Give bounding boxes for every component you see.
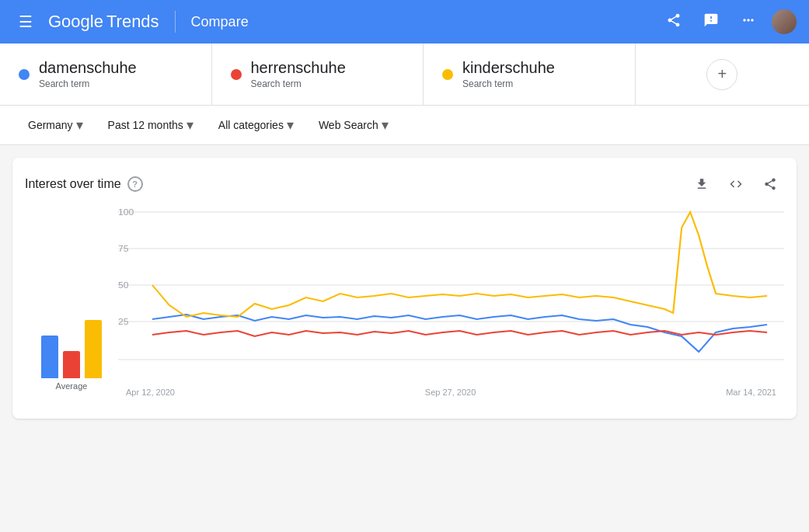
search-terms-bar: damenschuhe Search term herrenschuhe Sea… [0, 43, 809, 106]
x-label-2: Sep 27, 2020 [425, 388, 476, 397]
categories-label: All categories [218, 119, 284, 131]
chart-area: Average 100 75 50 25 [25, 204, 784, 406]
search-type-filter[interactable]: Web Search ▾ [309, 112, 398, 138]
menu-icon[interactable]: ☰ [12, 6, 39, 37]
search-term-2[interactable]: herrenschuhe Search term [212, 43, 424, 105]
chart-title: Interest over time [25, 177, 121, 191]
add-term-button[interactable]: + [706, 59, 738, 90]
interest-over-time-card: Interest over time ? [12, 158, 797, 419]
add-term-area: + [636, 43, 810, 105]
embed-button[interactable] [722, 170, 750, 198]
svg-text:50: 50 [118, 280, 128, 289]
svg-text:75: 75 [118, 244, 128, 252]
header-divider [175, 11, 176, 33]
help-icon[interactable]: ? [127, 176, 143, 192]
search-term-1[interactable]: damenschuhe Search term [0, 43, 212, 105]
svg-text:25: 25 [118, 317, 128, 325]
term1-type: Search term [39, 78, 137, 89]
chart-actions [688, 170, 784, 198]
chart-svg: 100 75 50 25 [118, 204, 784, 383]
search-term-3[interactable]: kinderschuhe Search term [424, 43, 636, 105]
term3-dot [442, 69, 453, 80]
header-compare-label: Compare [191, 14, 249, 30]
time-range-label: Past 12 months [108, 119, 183, 131]
filters-bar: Germany ▾ Past 12 months ▾ All categorie… [0, 106, 809, 145]
bar-1 [41, 336, 58, 378]
share-chart-button[interactable] [756, 170, 784, 198]
region-label: Germany [28, 119, 73, 131]
logo-google-text: Google [48, 12, 103, 32]
term3-label: kinderschuhe [462, 59, 555, 77]
categories-filter[interactable]: All categories ▾ [209, 112, 303, 138]
region-chevron-icon: ▾ [76, 116, 83, 134]
chart-header: Interest over time ? [25, 170, 784, 198]
term1-label: damenschuhe [39, 59, 137, 77]
legend-label: Average [56, 381, 88, 391]
x-label-3: Mar 14, 2021 [726, 388, 776, 397]
term3-text: kinderschuhe Search term [462, 59, 555, 89]
region-filter[interactable]: Germany ▾ [19, 112, 92, 138]
share-icon[interactable] [660, 6, 688, 38]
line-chart: 100 75 50 25 Apr 12, 2020 Sep 27, 2020 M… [118, 204, 784, 406]
x-axis-labels: Apr 12, 2020 Sep 27, 2020 Mar 14, 2021 [118, 388, 784, 397]
search-type-chevron-icon: ▾ [382, 116, 389, 134]
term2-dot [231, 69, 242, 80]
app-header: ☰ Google Trends Compare [0, 0, 809, 43]
time-range-chevron-icon: ▾ [187, 116, 194, 134]
avatar[interactable] [772, 9, 797, 34]
svg-text:100: 100 [118, 207, 134, 216]
term2-label: herrenschuhe [251, 59, 346, 77]
app-logo: Google Trends [48, 12, 159, 32]
chart-legend: Average [25, 204, 118, 406]
logo-trends-text: Trends [106, 12, 159, 32]
main-content: Interest over time ? [0, 145, 809, 431]
x-label-1: Apr 12, 2020 [126, 388, 175, 397]
categories-chevron-icon: ▾ [287, 116, 294, 134]
search-type-label: Web Search [319, 119, 378, 131]
term3-type: Search term [462, 78, 555, 89]
term1-dot [19, 69, 30, 80]
download-button[interactable] [688, 170, 716, 198]
bar-3 [85, 320, 102, 378]
term2-type: Search term [251, 78, 346, 89]
apps-icon[interactable] [734, 6, 762, 38]
bar-2 [63, 351, 80, 378]
time-range-filter[interactable]: Past 12 months ▾ [99, 112, 203, 138]
bar-chart [41, 316, 102, 378]
term2-text: herrenschuhe Search term [251, 59, 346, 89]
term1-text: damenschuhe Search term [39, 59, 137, 89]
chart-title-group: Interest over time ? [25, 176, 143, 192]
feedback-icon[interactable] [697, 6, 725, 38]
